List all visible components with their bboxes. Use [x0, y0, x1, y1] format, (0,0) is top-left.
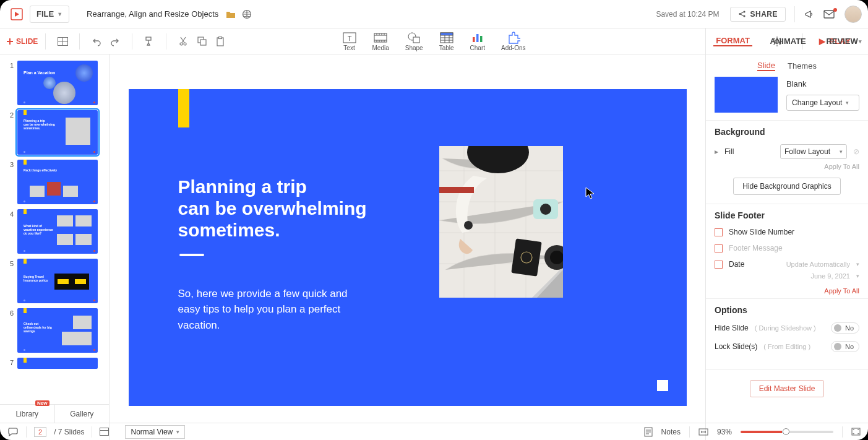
- slide-heading[interactable]: Planning a trip can be overwhelming some…: [178, 176, 367, 241]
- notes-label[interactable]: Notes: [661, 428, 681, 436]
- zoom-percent[interactable]: 93%: [717, 428, 732, 436]
- subtab-slide[interactable]: Slide: [757, 61, 775, 71]
- checkbox-show-number[interactable]: [715, 228, 723, 236]
- fullscreen-icon[interactable]: [851, 428, 861, 436]
- thumb-1[interactable]: Plan a Vacation: [17, 61, 98, 105]
- share-button[interactable]: SHARE: [730, 7, 786, 22]
- thumb-6[interactable]: Check outonline deals for bigsavings: [17, 308, 98, 353]
- thumb-2[interactable]: Planning a tripcan be overwhelmingsometi…: [17, 110, 98, 155]
- insert-shape[interactable]: Shape: [405, 31, 423, 51]
- svg-rect-18: [413, 37, 419, 43]
- chevron-down-icon: ▾: [856, 273, 859, 279]
- svg-point-8: [180, 43, 183, 45]
- folder-icon[interactable]: [226, 10, 236, 19]
- svg-rect-5: [824, 11, 834, 18]
- footer-apply-all[interactable]: Apply To All: [824, 287, 859, 295]
- slide-canvas[interactable]: Planning a trip can be overwhelming some…: [110, 54, 705, 440]
- tab-library[interactable]: Library New: [0, 405, 54, 423]
- file-menu-label: FILE: [37, 9, 54, 19]
- svg-rect-16: [374, 33, 387, 42]
- layout-thumbnail[interactable]: [715, 77, 778, 113]
- user-avatar[interactable]: [844, 6, 862, 23]
- svg-rect-30: [511, 238, 541, 276]
- cut-icon[interactable]: [176, 34, 191, 49]
- copy-icon[interactable]: [194, 34, 209, 49]
- tab-animate[interactable]: ANIMATE: [768, 37, 809, 46]
- reset-icon[interactable]: ⊘: [853, 147, 859, 156]
- svg-point-27: [464, 221, 473, 230]
- file-menu[interactable]: FILE ▼: [30, 6, 69, 23]
- svg-rect-23: [480, 36, 483, 42]
- hide-slide-toggle[interactable]: No: [831, 322, 859, 334]
- insert-chart[interactable]: Chart: [470, 31, 485, 51]
- checkbox-date[interactable]: [715, 261, 723, 269]
- hide-bg-graphics-button[interactable]: Hide Background Graphics: [733, 178, 840, 195]
- svg-rect-11: [200, 40, 206, 45]
- svg-point-9: [184, 43, 186, 45]
- svg-rect-35: [100, 428, 109, 436]
- edit-master-slide-button[interactable]: Edit Master Slide: [750, 380, 825, 397]
- fill-select[interactable]: Follow Layout ▾: [780, 144, 847, 159]
- svg-rect-13: [219, 37, 222, 38]
- insert-text[interactable]: TText: [343, 31, 356, 51]
- date-mode[interactable]: Update Automatically: [786, 261, 850, 268]
- slide-body[interactable]: So, here we provide a few quick and easy…: [178, 286, 364, 334]
- app-logo-icon[interactable]: [9, 6, 25, 22]
- tab-gallery[interactable]: Gallery: [54, 405, 110, 423]
- undo-icon[interactable]: [89, 34, 104, 49]
- date-label: Date: [729, 260, 744, 269]
- view-grid-icon[interactable]: [100, 428, 109, 436]
- thumb-3[interactable]: Pack things effectively: [17, 160, 98, 204]
- thumb-5[interactable]: Buying TravelInsurance policy: [17, 259, 98, 303]
- mail-icon[interactable]: [823, 9, 836, 19]
- insert-media[interactable]: Media: [372, 31, 389, 51]
- add-slide-button[interactable]: SLIDE: [6, 37, 38, 46]
- new-badge: New: [35, 400, 49, 406]
- paste-icon[interactable]: [213, 34, 228, 49]
- date-value[interactable]: June 9, 2021: [810, 272, 850, 280]
- fit-width-icon[interactable]: [698, 428, 708, 436]
- chevron-down-icon: ▾: [840, 149, 843, 155]
- zoom-slider[interactable]: [741, 431, 833, 433]
- insert-table[interactable]: Table: [439, 31, 454, 51]
- checkbox-footer-msg[interactable]: [715, 244, 723, 252]
- redo-icon[interactable]: [108, 34, 122, 49]
- insert-addons[interactable]: Add-Ons: [501, 31, 525, 51]
- current-slide-indicator[interactable]: 2: [34, 427, 46, 437]
- svg-rect-21: [473, 37, 475, 42]
- slide-image[interactable]: [439, 146, 563, 298]
- current-slide[interactable]: Planning a trip can be overwhelming some…: [129, 89, 687, 406]
- change-layout-button[interactable]: Change Layout ▾: [786, 95, 859, 111]
- comments-icon[interactable]: [7, 427, 19, 437]
- heading-line2: can be overwhelming: [178, 198, 367, 218]
- slide-marker: [657, 380, 668, 391]
- thumb-number: 7: [7, 358, 14, 366]
- main-area: 1 Plan a Vacation 2 Planning a tripcan b…: [0, 54, 868, 440]
- globe-icon[interactable]: [242, 9, 252, 19]
- document-title[interactable]: Rearrange, Align and Resize Objects: [87, 9, 218, 19]
- lock-slides-label: Lock Slide(s): [715, 342, 757, 351]
- format-painter-icon[interactable]: [142, 34, 157, 49]
- footer-message-input[interactable]: Footer Message: [729, 244, 859, 252]
- svg-point-29: [540, 204, 551, 215]
- fill-label: Fill: [724, 147, 734, 156]
- layout-name: Blank: [786, 79, 859, 88]
- megaphone-icon[interactable]: [804, 9, 815, 20]
- view-mode-select[interactable]: Normal View ▾: [125, 425, 185, 439]
- bg-apply-all[interactable]: Apply To All: [824, 163, 859, 170]
- subtab-themes[interactable]: Themes: [788, 61, 817, 71]
- lock-slides-toggle[interactable]: No: [831, 341, 859, 352]
- thumb-4[interactable]: What kind ofvacation experiencedo you li…: [17, 209, 98, 254]
- panel-tabs: FORMAT ANIMATE REVIEW: [705, 28, 868, 54]
- slide-thumbnails[interactable]: 1 Plan a Vacation 2 Planning a tripcan b…: [0, 54, 110, 440]
- format-panel: Slide Themes Blank Change Layout ▾ Backg…: [705, 54, 868, 440]
- accent-bar: [178, 89, 189, 127]
- tab-review[interactable]: REVIEW: [823, 37, 860, 46]
- lock-slides-note: ( From Editing ): [763, 343, 810, 350]
- tab-format[interactable]: FORMAT: [713, 36, 752, 46]
- notes-icon[interactable]: [644, 427, 653, 437]
- thumb-7[interactable]: [17, 358, 98, 369]
- arrow-right-icon[interactable]: ▸: [715, 147, 718, 156]
- chevron-down-icon: ▾: [846, 100, 849, 106]
- layout-grid-icon[interactable]: [55, 34, 70, 49]
